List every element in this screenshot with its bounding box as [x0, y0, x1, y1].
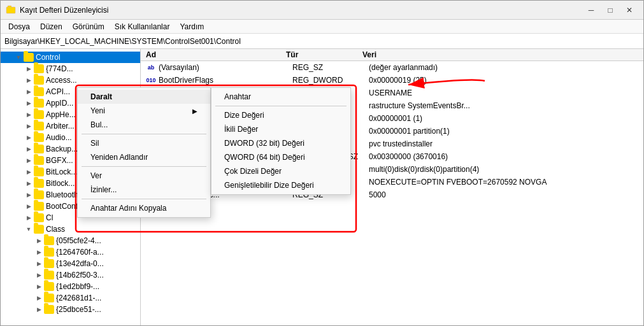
folder-icon-class-3: [44, 271, 54, 280]
title-controls: ─ □ ✕: [582, 4, 638, 17]
menu-sik-kullanilanlar[interactable]: Sık Kullanılanlar: [110, 21, 175, 32]
folder-icon-bootcontrol: [34, 202, 44, 211]
folder-icon-cl: [34, 213, 44, 222]
reg-data-3: rastructure SystemEventsBr...: [369, 101, 638, 110]
expand-icon-arbiter: ▶: [24, 121, 34, 131]
sub-item-cok[interactable]: Çok Dizeli Değer: [211, 164, 350, 178]
tree-label-cl: Cl: [46, 213, 53, 222]
expand-icon-bluetooth: ▶: [24, 190, 34, 200]
reg-data-4: 0x00000001 (1): [369, 114, 638, 123]
expand-icon-bgfx: ▶: [24, 155, 34, 166]
right-header: Ad Tür Veri: [141, 49, 643, 61]
expand-icon-class-1: ▶: [34, 247, 44, 257]
menu-duzen[interactable]: Düzen: [35, 21, 68, 32]
reg-icon-0: ab: [146, 62, 156, 73]
ctx-item-yeniden[interactable]: Yeniden Adlandır: [78, 150, 210, 164]
menu-yardim[interactable]: Yardım: [175, 21, 209, 32]
tree-label-backup: Backup...: [46, 145, 78, 153]
ctx-item-sil[interactable]: Sil: [78, 136, 210, 150]
tree-label-bitlock2: Bitlock...: [46, 179, 75, 188]
tree-label-class: Class: [46, 225, 65, 234]
menu-dosya[interactable]: Dosya: [3, 21, 35, 32]
window-title: Kayıt Defteri Düzenleyicisi: [20, 6, 108, 15]
expand-icon-audio: ▶: [24, 132, 34, 143]
tree-label-class-2: {13e42dfa-0...: [56, 259, 104, 268]
sub-item-anahtar[interactable]: Anahtar: [211, 90, 350, 104]
tree-label-class-3: {14b62f50-3...: [56, 271, 104, 280]
expand-icon-class-4: ▶: [34, 281, 44, 292]
tree-label-apphe: AppHe...: [46, 110, 76, 119]
expand-icon-class-2: ▶: [34, 259, 44, 269]
expand-icon-774d: ▶: [24, 64, 34, 74]
sub-item-dize[interactable]: Dize Değeri: [211, 108, 350, 122]
folder-icon-backup: [34, 145, 44, 153]
reg-data-1: 0x00000019 (25): [369, 76, 638, 85]
maximize-button[interactable]: □: [601, 4, 619, 17]
ctx-item-kopyala[interactable]: Anahtar Adını Kopyala: [78, 201, 210, 215]
expand-icon-backup: ▶: [24, 144, 34, 154]
reg-data-9: NOEXECUTE=OPTIN FVEBOOT=2670592 NOVGA: [369, 178, 638, 187]
expand-icon-class-0: ▶: [34, 236, 44, 246]
svg-rect-1: [8, 6, 11, 8]
reg-data-10: 5000: [369, 190, 638, 199]
minimize-button[interactable]: ─: [582, 4, 600, 17]
sub-item-dword[interactable]: DWORD (32 bit) Değeri: [211, 136, 350, 150]
tree-label-class-0: {05f5cfe2-4...: [56, 236, 101, 245]
tree-item-access[interactable]: ▶ Access...: [1, 74, 140, 86]
expand-icon-cl: ▶: [24, 213, 34, 223]
sub-item-ikili[interactable]: İkili Değer: [211, 122, 350, 136]
sub-item-genisletilir[interactable]: Genişletilebilir Dize Değeri: [211, 178, 350, 192]
tree-item-class-child-6[interactable]: ▶ {25dbce51-...: [1, 304, 140, 315]
reg-type-1: REG_DWORD: [292, 76, 369, 85]
context-menu[interactable]: Daralt Yeni ▶ Bul... Sil Yeniden Adlandı…: [77, 87, 211, 218]
ctx-item-bul[interactable]: Bul...: [78, 118, 210, 132]
submenu-arrow-icon: ▶: [192, 108, 197, 115]
tree-item-class-child-0[interactable]: ▶ {05f5cfe2-4...: [1, 235, 140, 246]
reg-data-8: multi(0)disk(0)rdisk(0)partition(4): [369, 165, 638, 174]
expand-icon-class-5: ▶: [34, 293, 44, 303]
reg-data-7: 0x00300000 (3670016): [369, 152, 638, 161]
tree-item-class-child-1[interactable]: ▶ {1264760f-a...: [1, 246, 140, 258]
sub-separator-1: [215, 106, 347, 106]
folder-icon-class-6: [44, 305, 54, 314]
expand-icon-class-6: ▶: [34, 304, 44, 315]
menu-bar: Dosya Düzen Görünüm Sık Kullanılanlar Ya…: [1, 20, 643, 34]
tree-label-bitlock1: BitLock...: [46, 167, 77, 176]
tree-label-774d: {774D...: [46, 64, 73, 73]
tree-item-774d[interactable]: ▶ {774D...: [1, 63, 140, 74]
ctx-item-izinler[interactable]: İzinler...: [78, 183, 210, 197]
tree-label-bgfx: BGFX...: [46, 156, 73, 165]
tree-item-class-child-4[interactable]: ▶ {1ed2bbf9-...: [1, 281, 140, 292]
reg-data-2: USERNAME: [369, 89, 638, 97]
reg-row-0[interactable]: ab (Varsayılan) REG_SZ (değer ayarlanmad…: [141, 61, 643, 74]
tree-item-class[interactable]: ▼ Class: [1, 223, 140, 235]
reg-name-1: BootDriverFlags: [159, 76, 292, 85]
title-bar-left: Kayıt Defteri Düzenleyicisi: [6, 5, 108, 15]
tree-item-control[interactable]: ▼ Control: [1, 52, 140, 63]
menu-gorunum[interactable]: Görünüm: [68, 21, 110, 32]
folder-icon-bgfx: [34, 156, 44, 165]
submenu[interactable]: Anahtar Dize Değeri İkili Değer DWORD (3…: [211, 87, 351, 195]
folder-icon-class-2: [44, 259, 54, 268]
tree-item-class-child-2[interactable]: ▶ {13e42dfa-0...: [1, 258, 140, 269]
folder-icon-acpi: [34, 87, 44, 96]
sub-item-qword[interactable]: QWORD (64 bit) Değeri: [211, 150, 350, 164]
folder-icon-control: [24, 53, 34, 62]
expand-icon-acpi: ▶: [24, 87, 34, 97]
reg-data-6: pvc trustedinstaller: [369, 139, 638, 148]
reg-name-0: (Varsayılan): [159, 63, 292, 72]
expand-icon-class: ▼: [24, 224, 34, 234]
tree-item-class-child-5[interactable]: ▶ {242681d1-...: [1, 292, 140, 304]
tree-label-class-6: {25dbce51-...: [56, 305, 101, 314]
svg-rect-0: [6, 7, 15, 13]
main-area: ▼ Control ▶ {774D... ▶ Access... ▶ ACPI.…: [1, 49, 643, 325]
ctx-item-yeni[interactable]: Yeni ▶: [78, 104, 210, 118]
folder-icon-appid: [34, 99, 44, 108]
expand-icon-bitlock1: ▶: [24, 167, 34, 177]
ctx-item-ver[interactable]: Ver: [78, 169, 210, 183]
tree-label-control: Control: [36, 53, 61, 62]
reg-row-1[interactable]: 010 BootDriverFlags REG_DWORD 0x00000019…: [141, 74, 643, 87]
col-header-data: Veri: [362, 50, 638, 59]
tree-item-class-child-3[interactable]: ▶ {14b62f50-3...: [1, 269, 140, 281]
close-button[interactable]: ✕: [620, 4, 638, 17]
